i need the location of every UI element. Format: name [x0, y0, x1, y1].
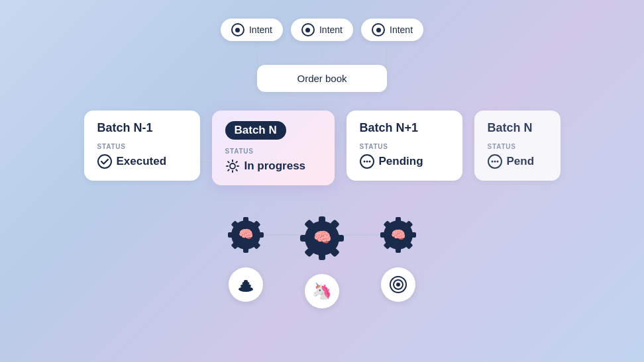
intent-icon-1 [231, 23, 244, 36]
svg-rect-12 [228, 232, 234, 238]
status-label-n-plus-1: STATUS [360, 143, 449, 150]
svg-point-49 [396, 283, 400, 287]
status-value-n: In progress [225, 159, 321, 173]
status-label-n-plus-2: STATUS [488, 143, 547, 150]
batch-title-n-plus-1: Batch N+1 [360, 121, 419, 135]
status-text-n: In progress [244, 159, 306, 173]
batch-title-n: Batch N [225, 121, 286, 140]
batch-card-n-plus-1: Batch N+1 STATUS Pending [347, 111, 462, 181]
svg-point-7 [494, 161, 496, 163]
intent-label-2: Intent [319, 24, 343, 35]
batch-title-n-minus-1: Batch N-1 [97, 121, 153, 135]
svg-rect-10 [243, 217, 248, 223]
gear-spin-icon [225, 159, 240, 173]
intent-label-1: Intent [249, 24, 272, 35]
svg-text:🧠: 🧠 [391, 228, 406, 242]
agent-gear-3: 🧠 [375, 212, 421, 258]
status-text-n-plus-2: Pend [507, 155, 535, 168]
batch-title-row-n-plus-1: Batch N+1 [360, 121, 449, 135]
dots-icon-1 [360, 154, 374, 169]
status-value-n-plus-1: Pending [360, 154, 449, 169]
status-value-n-minus-1: Executed [97, 154, 187, 169]
dots-icon-2 [488, 154, 502, 169]
intent-node-3: Intent [361, 19, 423, 41]
svg-text:🦄: 🦄 [312, 281, 332, 300]
svg-rect-13 [258, 232, 264, 238]
status-text-n-plus-1: Pending [379, 155, 423, 168]
svg-point-24 [244, 280, 248, 283]
svg-point-8 [496, 161, 498, 163]
status-text-n-minus-1: Executed [117, 155, 167, 168]
check-circle-icon [97, 154, 112, 169]
intent-icon-2 [301, 23, 315, 36]
svg-point-2 [363, 161, 365, 163]
svg-rect-11 [243, 247, 248, 253]
svg-point-0 [98, 155, 111, 168]
agent-stack-2: 🧠 🦄 [295, 212, 349, 308]
svg-point-6 [491, 161, 493, 163]
agent-stack-3: 🧠 [375, 212, 421, 308]
svg-point-3 [366, 161, 368, 163]
intent-node-2: Intent [291, 19, 353, 41]
batch-title-n-plus-2: Batch N [488, 121, 533, 135]
svg-text:🧠: 🧠 [313, 228, 332, 246]
intents-row: Intent Intent Intent [221, 19, 423, 41]
agent-symbol-1 [229, 267, 263, 302]
status-label-n-minus-1: STATUS [97, 143, 187, 150]
batch-card-n-plus-2: Batch N STATUS Pend [474, 111, 561, 181]
status-label-n: STATUS [225, 148, 321, 155]
agent-symbol-2: 🦄 [305, 274, 339, 308]
agent-symbol-3 [381, 267, 415, 302]
batch-card-n-minus-1: Batch N-1 STATUS Executed [84, 111, 200, 181]
batch-title-row-n: Batch N [225, 121, 321, 140]
agent-gear-1: 🧠 [223, 212, 269, 258]
agents-row: 🧠 [223, 212, 421, 308]
intent-node-1: Intent [221, 19, 283, 41]
batches-row: Batch N-1 STATUS Executed Batch N STATUS [84, 111, 561, 185]
scene: Intent Intent Intent Order book Batch N-… [0, 0, 644, 362]
agent-stack-1: 🧠 [223, 212, 269, 308]
batch-title-row-n-plus-2: Batch N [488, 121, 547, 135]
intent-icon-3 [372, 23, 385, 36]
status-value-n-plus-2: Pend [488, 154, 547, 169]
svg-point-4 [368, 161, 370, 163]
agent-gear-2: 🧠 [295, 212, 349, 265]
svg-text:🧠: 🧠 [239, 227, 254, 242]
batch-title-row-n-minus-1: Batch N-1 [97, 121, 187, 135]
batch-card-n: Batch N STATUS In progress [212, 111, 335, 185]
order-book-label: Order book [297, 73, 347, 84]
intent-label-3: Intent [390, 24, 413, 35]
order-book: Order book [257, 65, 386, 92]
